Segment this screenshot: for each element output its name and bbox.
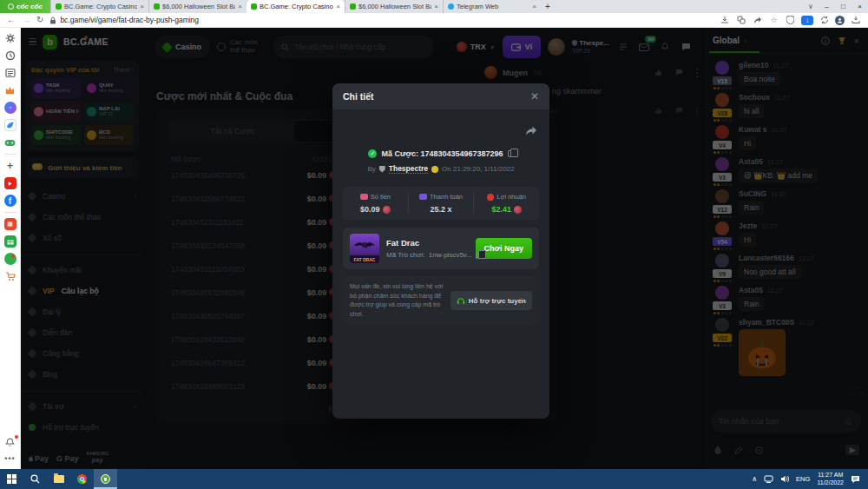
share-icon[interactable] bbox=[752, 15, 763, 25]
forward-icon[interactable]: → bbox=[22, 16, 30, 24]
download-active-icon[interactable]: ↓ bbox=[801, 16, 813, 25]
taskbar-search-icon[interactable] bbox=[23, 469, 47, 489]
tab-strip: BC.Game: Crypto Casino Gan × $6,000 Hall… bbox=[50, 0, 541, 13]
game-thumbnail[interactable]: FAT DRAC bbox=[350, 234, 379, 263]
bet-author[interactable]: Thespectre bbox=[389, 164, 428, 174]
profile-icon[interactable] bbox=[835, 16, 845, 25]
minimize-button[interactable]: – bbox=[819, 0, 835, 13]
bet-author-row: By Thespectre On 21:29:20, 1/11/2022 bbox=[343, 164, 539, 174]
tab-favicon bbox=[251, 3, 257, 10]
tab-close-icon[interactable]: × bbox=[434, 3, 438, 10]
tab-close-icon[interactable]: × bbox=[532, 3, 536, 10]
game-card: FAT DRAC Fat Drac Mã Trò chơi: 1nw-piscv… bbox=[343, 228, 539, 269]
rail-divider bbox=[4, 212, 16, 213]
browser-tab[interactable]: BC.Game: Crypto Casino Gan × bbox=[50, 0, 148, 13]
copy-icon[interactable] bbox=[476, 252, 477, 259]
gift-icon[interactable] bbox=[4, 235, 16, 248]
coin-icon bbox=[383, 206, 391, 214]
network-icon[interactable] bbox=[764, 475, 773, 483]
modal-close-icon[interactable]: ✕ bbox=[530, 90, 539, 102]
browser-tabbar: cốc cốc BC.Game: Crypto Casino Gan × $6,… bbox=[0, 0, 868, 13]
live-support-button[interactable]: Hỗ trợ trực tuyến bbox=[450, 291, 532, 310]
action-center-icon[interactable] bbox=[851, 475, 860, 484]
stat-icon bbox=[419, 194, 427, 200]
volume-icon[interactable] bbox=[780, 475, 789, 483]
tab-close-icon[interactable]: × bbox=[238, 3, 242, 10]
tab-label: BC.Game: Crypto Casino Gan bbox=[260, 3, 333, 10]
copy-icon[interactable] bbox=[508, 150, 514, 157]
new-tab-button[interactable]: + bbox=[541, 0, 555, 13]
browser-tab[interactable]: Telegram Web × bbox=[443, 0, 541, 13]
screen: cốc cốc BC.Game: Crypto Casino Gan × $6,… bbox=[0, 0, 868, 489]
browser-tab[interactable]: $6,000 Halloween Slot Battle × bbox=[148, 0, 247, 13]
rail-bottom: ••• bbox=[4, 436, 16, 465]
stat-icon bbox=[487, 194, 494, 201]
modal-bet-id: 1748304354967387296 bbox=[420, 149, 503, 158]
coccoc-brand-button[interactable]: cốc cốc bbox=[0, 0, 50, 13]
stat-value: $2.41 bbox=[491, 205, 522, 214]
browser-tab[interactable]: $6,000 Halloween Slot Battle × bbox=[345, 0, 443, 13]
messenger-icon[interactable] bbox=[4, 102, 16, 114]
settings-icon[interactable] bbox=[4, 32, 16, 44]
workspace: + f ▦ ••• b BC.GAME bbox=[0, 28, 868, 469]
language-indicator[interactable]: ENG bbox=[796, 475, 810, 483]
save-page-icon[interactable] bbox=[719, 15, 730, 25]
maximize-button[interactable]: □ bbox=[835, 0, 852, 13]
coccoc-logo-icon bbox=[8, 3, 14, 10]
add-icon[interactable]: + bbox=[4, 160, 16, 172]
tab-close-icon[interactable]: × bbox=[336, 3, 340, 10]
shop-icon[interactable]: ▦ bbox=[4, 218, 16, 230]
bet-stats: Số tiền $0.09 T bbox=[343, 187, 539, 220]
bookmark-star-icon[interactable]: ☆ bbox=[768, 15, 779, 25]
youtube-icon[interactable] bbox=[4, 177, 16, 189]
maps-icon[interactable] bbox=[4, 253, 16, 265]
share-bet-icon[interactable] bbox=[525, 123, 537, 139]
tab-label: Telegram Web bbox=[457, 3, 529, 10]
more-icon[interactable]: ••• bbox=[4, 453, 16, 465]
crown-hot-icon[interactable] bbox=[4, 84, 16, 96]
url-box[interactable]: bc.game/vi/game/fat-drac-by-push-gaming bbox=[49, 16, 713, 24]
adblock-shield-icon[interactable] bbox=[785, 15, 796, 25]
file-explorer-icon[interactable] bbox=[47, 469, 70, 489]
sync-icon[interactable] bbox=[819, 15, 830, 25]
tab-label: BC.Game: Crypto Casino Gan bbox=[64, 3, 137, 10]
chrome-taskbar-icon[interactable] bbox=[70, 469, 94, 489]
reload-icon[interactable]: ↻ bbox=[36, 16, 43, 24]
coccoc-ai-icon[interactable] bbox=[4, 119, 16, 131]
tab-close-icon[interactable]: × bbox=[140, 3, 144, 10]
system-tray: ∧ ENG 11:27 AM 11/2/2022 bbox=[752, 472, 868, 487]
stat-value: $0.09 bbox=[360, 205, 391, 214]
back-icon[interactable]: ← bbox=[7, 16, 16, 24]
stat-cell: Lợi nhuận $2.41 bbox=[473, 193, 539, 214]
address-bar: ← → ↻ bc.game/vi/game/fat-drac-by-push-g… bbox=[0, 13, 868, 28]
support-note: Mọi vấn đề, xin vui lòng liên hệ với bộ … bbox=[343, 276, 539, 325]
cart-icon[interactable] bbox=[4, 270, 16, 282]
tab-search-icon[interactable]: ∨ bbox=[803, 3, 819, 10]
newsfeed-icon[interactable] bbox=[4, 67, 16, 79]
games-icon[interactable] bbox=[4, 136, 16, 149]
close-button[interactable]: × bbox=[852, 0, 868, 13]
stat-icon bbox=[360, 194, 368, 200]
translate-icon[interactable] bbox=[735, 15, 746, 25]
start-button[interactable] bbox=[0, 469, 23, 489]
user-shield-icon bbox=[379, 166, 385, 173]
coccoc-taskbar-icon[interactable] bbox=[94, 469, 117, 489]
tab-label: $6,000 Halloween Slot Battle bbox=[358, 3, 431, 10]
bet-id-row: ✓ Mã Cược: 1748304354967387296 bbox=[343, 149, 539, 158]
facebook-icon[interactable]: f bbox=[4, 195, 16, 207]
browser-tab[interactable]: BC.Game: Crypto Casino Gan × bbox=[247, 0, 345, 13]
taskbar-clock[interactable]: 11:27 AM 11/2/2022 bbox=[817, 472, 844, 487]
downloads-tray-icon[interactable] bbox=[850, 15, 861, 25]
notification-bell-icon[interactable] bbox=[4, 436, 16, 448]
coccoc-side-rail: + f ▦ ••• bbox=[0, 28, 21, 469]
bcgame-page: b BC.GAME Đặc quyền VIP của tôi Thêm › bbox=[21, 28, 868, 469]
window-controls: ∨ – □ × bbox=[803, 0, 868, 13]
coccoc-brand-label: cốc cốc bbox=[16, 3, 43, 10]
user-emote-icon bbox=[431, 166, 438, 173]
history-icon[interactable] bbox=[4, 50, 16, 62]
toolbar-icons: ☆ ↓ bbox=[719, 15, 861, 25]
modal-header: Chi tiết ✕ bbox=[332, 83, 549, 109]
headset-icon bbox=[457, 296, 465, 305]
tray-expand-icon[interactable]: ∧ bbox=[752, 475, 757, 483]
verified-icon: ✓ bbox=[368, 149, 377, 158]
